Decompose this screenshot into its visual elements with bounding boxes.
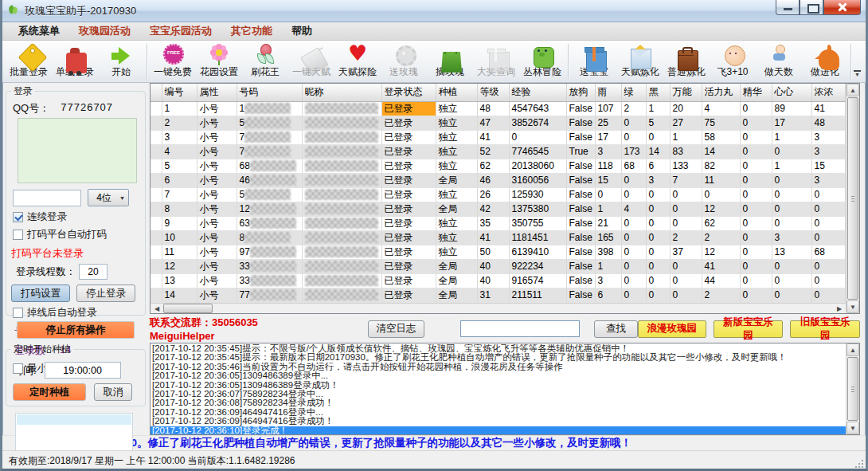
checkbox-box[interactable] bbox=[13, 363, 23, 374]
toolbar-button[interactable]: 做天数 bbox=[756, 42, 802, 80]
clear-log-button[interactable]: 清空日志 bbox=[368, 320, 424, 338]
search-input[interactable] bbox=[460, 320, 580, 337]
log-line[interactable]: [2017-10-12 20:36:10]登录完成！ bbox=[151, 426, 846, 434]
checkbox-box[interactable] bbox=[13, 230, 23, 240]
menu-item-2[interactable]: 玫瑰园活动 bbox=[69, 22, 140, 40]
log-line[interactable]: [2017-10-12 20:36:08]758928234登录成功！ bbox=[151, 398, 846, 407]
close-button[interactable] bbox=[823, 0, 861, 15]
toolbar-button[interactable]: 花园设置 bbox=[196, 42, 242, 80]
scrollbar-thumb[interactable] bbox=[847, 357, 858, 421]
log-line[interactable]: [2017-10-12 20:36:05]1309486389登录中... bbox=[151, 371, 846, 380]
column-header[interactable]: 编号 bbox=[162, 84, 197, 101]
toolbar-overflow-icon[interactable]: ▼ bbox=[854, 70, 861, 77]
cancel-button[interactable]: 取消 bbox=[94, 383, 132, 401]
column-header[interactable]: 属性 bbox=[197, 84, 237, 101]
scroll-right-icon[interactable]: ▶ bbox=[833, 304, 846, 314]
digits-dropdown[interactable]: 4位 ▼ bbox=[88, 189, 129, 206]
toolbar-button[interactable]: 天赋炼化 bbox=[617, 42, 663, 80]
row-selector-cell[interactable] bbox=[151, 202, 162, 216]
checkbox-box[interactable] bbox=[13, 308, 23, 318]
column-header[interactable]: 雨 bbox=[595, 84, 621, 101]
log-line[interactable]: [2017-10-12 20:36:07]758928234登录中... bbox=[151, 390, 846, 398]
toolbar-button[interactable]: 飞3+10 bbox=[710, 42, 756, 80]
toolbar-button[interactable]: 丛林冒险 bbox=[519, 42, 565, 80]
old-baby-park-link-button[interactable]: 旧版宝宝乐园 bbox=[790, 320, 860, 338]
log-line[interactable]: [2017-10-12 20:35:45]提示：不限号版/个人版领成长值软件、摘… bbox=[151, 344, 846, 353]
column-header[interactable]: 心心 bbox=[772, 84, 811, 101]
row-selector-cell[interactable] bbox=[151, 216, 162, 230]
thread-count-input[interactable] bbox=[79, 264, 108, 280]
column-header[interactable]: 登录状态 bbox=[381, 84, 436, 101]
table-row[interactable]: 1小号1已登录独立484547643False1072120408941 bbox=[151, 101, 846, 116]
auto-captcha-checkbox[interactable]: 打码平台自动打码 bbox=[13, 228, 140, 241]
table-row[interactable]: 6小号46已登录全局463160056False1503711003 bbox=[151, 173, 846, 187]
log-line[interactable]: [2017-10-12 20:35:46]当前设置为不自动运行，请点击开始按钮开… bbox=[151, 363, 846, 371]
table-row[interactable]: 7小号5已登录独立26125930False00000000 bbox=[151, 187, 846, 202]
stop-login-button[interactable]: 停止登录 bbox=[76, 285, 135, 302]
column-header[interactable]: 等级 bbox=[477, 84, 509, 101]
toolbar-button[interactable]: 做进化 bbox=[802, 42, 848, 80]
row-selector-cell[interactable] bbox=[151, 259, 162, 273]
search-button[interactable]: 查找 bbox=[594, 320, 637, 338]
stop-all-button[interactable]: 停止所有操作 bbox=[17, 321, 135, 339]
row-selector-cell[interactable] bbox=[151, 159, 162, 173]
table-row[interactable]: 5小号68已登录独立6220138060False118686133820115 bbox=[151, 159, 846, 173]
scroll-down-icon[interactable]: ▼ bbox=[846, 422, 859, 434]
timed-plant-button[interactable]: 定时种植 bbox=[13, 383, 86, 401]
column-header[interactable]: 万能 bbox=[670, 84, 702, 101]
captcha-settings-button[interactable]: 打码设置 bbox=[11, 285, 70, 302]
column-header[interactable]: 种植 bbox=[436, 84, 477, 101]
toolbar-button[interactable]: 摘玫瑰 bbox=[427, 42, 473, 80]
row-selector-cell[interactable] bbox=[151, 101, 162, 116]
table-row[interactable]: 9小号63已登录独立35350755False2100062000 bbox=[151, 216, 846, 230]
table-row[interactable]: 12小号33已登录全局40922234False100041000 bbox=[151, 259, 846, 273]
table-row[interactable]: 2小号5已登录独立473852674False2505277501748 bbox=[151, 116, 846, 130]
menu-item-1[interactable]: 系统菜单 bbox=[9, 22, 69, 40]
captcha-input[interactable] bbox=[13, 190, 81, 206]
column-header[interactable]: 号码 bbox=[237, 84, 302, 101]
row-selector-cell[interactable] bbox=[151, 245, 162, 259]
scrollbar-thumb[interactable] bbox=[163, 304, 213, 313]
title-bar[interactable]: 玫瑰宝宝助手-20170930 bbox=[2, 0, 866, 22]
column-header[interactable]: 绿 bbox=[621, 84, 646, 101]
log-vertical-scrollbar[interactable]: ▲ ▼ bbox=[846, 343, 859, 434]
toolbar-button[interactable]: 送宝宝 bbox=[571, 42, 617, 80]
scroll-down-icon[interactable]: ▼ bbox=[846, 300, 859, 313]
toolbar-button[interactable]: 一键免费 bbox=[150, 42, 196, 80]
new-baby-park-link-button[interactable]: 新版宝宝乐园 bbox=[714, 320, 784, 338]
log-line[interactable]: [2017-10-12 20:35:45]提示：最新版本日期20170930。修… bbox=[151, 353, 846, 362]
maximize-button[interactable] bbox=[800, 0, 823, 15]
table-row[interactable]: 10小号8已登录独立411181451False1650022030 bbox=[151, 230, 846, 245]
relogin-checkbox[interactable]: 掉线后自动登录 bbox=[13, 306, 140, 320]
row-selector-cell[interactable] bbox=[151, 230, 162, 245]
minimize-button[interactable] bbox=[776, 0, 800, 15]
column-header[interactable]: 放狗 bbox=[566, 84, 595, 101]
time-input[interactable] bbox=[45, 362, 121, 379]
column-header[interactable]: 黑 bbox=[646, 84, 670, 101]
menu-item-3[interactable]: 宝宝乐园活动 bbox=[140, 22, 221, 40]
scroll-left-icon[interactable]: ◀ bbox=[151, 304, 163, 314]
row-selector-cell[interactable] bbox=[151, 288, 162, 302]
table-row[interactable]: 11小号97已登录独立506139410False39800371201368 bbox=[151, 245, 846, 259]
horizontal-scrollbar[interactable]: ◀ ▶ bbox=[151, 303, 846, 314]
table-row[interactable]: 8小号12已登录全局421375380False140012000 bbox=[151, 202, 846, 216]
scroll-up-icon[interactable]: ▲ bbox=[846, 84, 859, 96]
table-row[interactable]: 4小号7已登录独立527746545True3173148314003 bbox=[151, 144, 846, 159]
column-header[interactable]: 活力丸 bbox=[702, 84, 740, 101]
toolbar-button[interactable]: 批量登录 bbox=[6, 42, 52, 80]
toolbar-button[interactable]: ♥天赋探险 bbox=[334, 42, 381, 80]
row-selector-cell[interactable] bbox=[151, 130, 162, 144]
toolbar-button[interactable]: 开始 bbox=[98, 42, 144, 80]
checkbox-box[interactable] bbox=[13, 212, 23, 222]
continuous-login-checkbox[interactable]: 连续登录 bbox=[13, 210, 140, 224]
menu-item-5[interactable]: 帮助 bbox=[282, 22, 322, 40]
table-row[interactable]: 3小号7已登录独立410False1700158013 bbox=[151, 130, 846, 144]
column-header[interactable]: 浓浓 bbox=[811, 84, 846, 101]
column-header[interactable]: 昵称 bbox=[302, 84, 381, 101]
vertical-scrollbar[interactable]: ▲ ▼ bbox=[846, 84, 859, 313]
log-line[interactable]: [2017-10-12 20:36:09]464947416登录中... bbox=[151, 408, 846, 417]
table-row[interactable]: 14小号77已登录全局31211511False60002000 bbox=[151, 288, 846, 302]
menu-item-4[interactable]: 其它功能 bbox=[221, 22, 282, 40]
row-selector-cell[interactable] bbox=[151, 273, 162, 288]
log-line[interactable]: [2017-10-12 20:36:05]1309486389登录成功！ bbox=[151, 381, 846, 390]
